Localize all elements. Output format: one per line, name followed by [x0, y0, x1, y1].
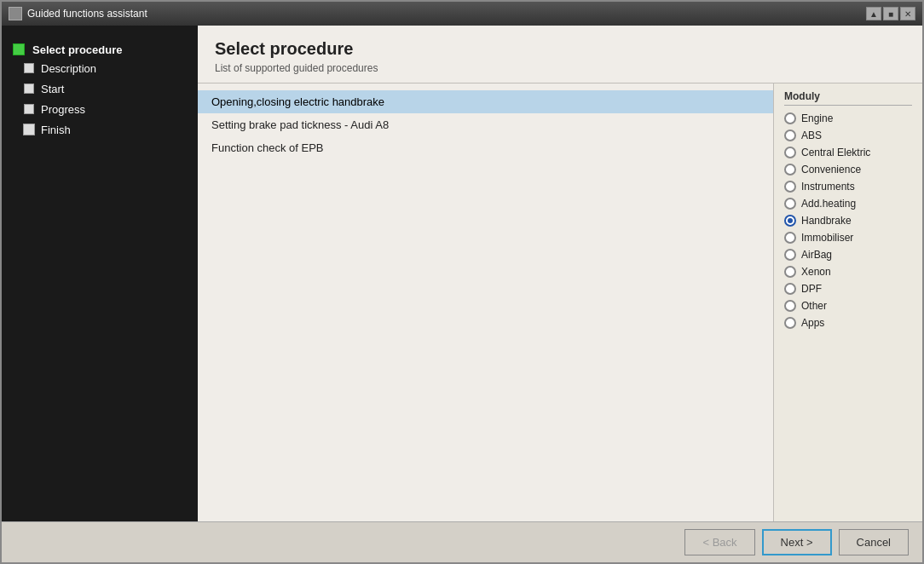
radio-circle-add-heating: [784, 198, 796, 210]
sidebar-label-select-procedure: Select procedure: [32, 43, 123, 56]
radio-label-airbag: AirBag: [801, 249, 832, 261]
main-title: Select procedure: [215, 39, 905, 59]
titlebar-left: Guided functions assistant: [9, 7, 147, 20]
radio-label-dpf: DPF: [801, 283, 822, 295]
sidebar-item-start[interactable]: Start: [22, 78, 191, 99]
radio-label-abs: ABS: [801, 129, 822, 141]
sidebar-label-finish: Finish: [41, 124, 71, 136]
radio-circle-xenon: [784, 266, 796, 278]
sidebar-label-description: Description: [41, 62, 96, 75]
maximize-button[interactable]: ■: [883, 7, 898, 20]
next-button[interactable]: Next >: [762, 529, 832, 555]
radio-immobiliser[interactable]: Immobiliser: [784, 232, 912, 244]
step-indicator-finish: [22, 123, 36, 136]
sidebar-tree: Description Start Progress: [9, 58, 191, 140]
sidebar-item-description[interactable]: Description: [22, 58, 191, 78]
white-indicator: [24, 63, 34, 73]
radio-circle-immobiliser: [784, 232, 796, 244]
radio-engine[interactable]: Engine: [784, 112, 912, 124]
white-indicator-start: [24, 83, 34, 94]
radio-dpf[interactable]: DPF: [784, 283, 912, 295]
back-button[interactable]: < Back: [684, 529, 754, 555]
step-indicator-description: [22, 61, 36, 75]
radio-label-central: Central Elektric: [801, 147, 870, 158]
sidebar-item-progress[interactable]: Progress: [22, 99, 191, 119]
radio-label-immobiliser: Immobiliser: [801, 232, 853, 244]
main-subtitle: List of supported guided procedures: [215, 62, 905, 74]
radio-label-other: Other: [801, 300, 827, 312]
radio-airbag[interactable]: AirBag: [784, 249, 912, 261]
radio-circle-abs: [784, 129, 796, 141]
radio-circle-dpf: [784, 283, 796, 295]
radio-circle-engine: [784, 112, 796, 124]
radio-abs[interactable]: ABS: [784, 129, 912, 141]
radio-xenon[interactable]: Xenon: [784, 266, 912, 278]
radio-label-apps: Apps: [801, 317, 824, 329]
sidebar-label-start: Start: [41, 83, 64, 95]
radio-label-handbrake: Handbrake: [801, 215, 852, 227]
procedure-item-2[interactable]: Function check of EPB: [198, 136, 773, 159]
radio-label-instruments: Instruments: [801, 181, 855, 193]
radio-label-add-heating: Add.heating: [801, 198, 856, 210]
sidebar-label-progress: Progress: [41, 103, 85, 116]
close-button[interactable]: ✕: [900, 7, 915, 20]
main-body: Opening,closing electric handbrake Setti…: [198, 83, 922, 521]
radio-circle-other: [784, 300, 796, 312]
radio-circle-handbrake: [784, 215, 796, 227]
step-indicator-progress: [22, 102, 36, 116]
white-indicator-finish: [23, 124, 35, 135]
sidebar: Select procedure Description Start: [2, 26, 198, 521]
titlebar-controls: ▲ ■ ✕: [866, 7, 915, 20]
radio-instruments[interactable]: Instruments: [784, 181, 912, 193]
radio-circle-apps: [784, 317, 796, 329]
step-indicator-start: [22, 82, 36, 95]
main-content: Select procedure List of supported guide…: [198, 26, 922, 521]
radio-circle-airbag: [784, 249, 796, 261]
procedure-list: Opening,closing electric handbrake Setti…: [198, 83, 773, 521]
radio-circle-instruments: [784, 181, 796, 193]
main-window: Guided functions assistant ▲ ■ ✕ Select …: [0, 0, 924, 564]
radio-add-heating[interactable]: Add.heating: [784, 198, 912, 210]
window-title: Guided functions assistant: [27, 8, 147, 20]
cancel-button[interactable]: Cancel: [839, 529, 909, 555]
radio-handbrake[interactable]: Handbrake: [784, 215, 912, 227]
procedure-item-0[interactable]: Opening,closing electric handbrake: [198, 90, 773, 113]
radio-circle-central: [784, 147, 796, 158]
white-indicator-progress: [24, 104, 34, 114]
sidebar-item-finish[interactable]: Finish: [22, 119, 191, 140]
window-content: Select procedure Description Start: [2, 26, 922, 521]
moduly-panel: Moduly Engine ABS Central Elektric: [773, 83, 922, 521]
radio-apps[interactable]: Apps: [784, 317, 912, 329]
procedure-item-1[interactable]: Setting brake pad tickness - Audi A8: [198, 113, 773, 136]
titlebar: Guided functions assistant ▲ ■ ✕: [2, 2, 922, 26]
radio-label-convenience: Convenience: [801, 164, 861, 176]
footer: < Back Next > Cancel: [2, 521, 922, 562]
radio-other[interactable]: Other: [784, 300, 912, 312]
minimize-button[interactable]: ▲: [866, 7, 881, 20]
green-indicator: [13, 43, 25, 55]
radio-circle-convenience: [784, 164, 796, 176]
radio-convenience[interactable]: Convenience: [784, 164, 912, 176]
sidebar-item-select-procedure[interactable]: Select procedure: [9, 39, 191, 58]
step-indicator-select: [12, 43, 26, 56]
app-icon: [9, 7, 22, 20]
radio-central-elektric[interactable]: Central Elektric: [784, 147, 912, 158]
radio-label-engine: Engine: [801, 112, 833, 124]
main-header: Select procedure List of supported guide…: [198, 26, 922, 83]
radio-label-xenon: Xenon: [801, 266, 831, 278]
moduly-title: Moduly: [784, 90, 912, 106]
